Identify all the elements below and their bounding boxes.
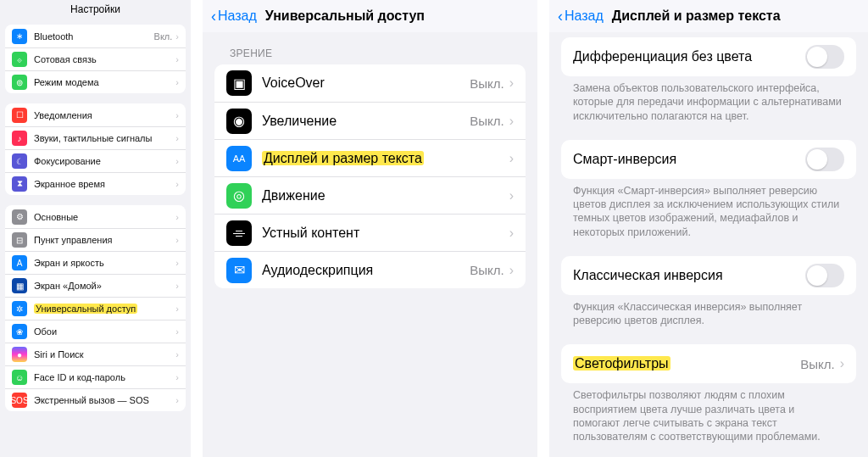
row-label: Универсальный доступ: [34, 304, 175, 314]
chevron-right-icon: ›: [175, 31, 179, 42]
row-label: VoiceOver: [262, 75, 470, 91]
chevron-right-icon: ›: [175, 212, 179, 222]
settings-row[interactable]: ⚙Основные›: [5, 205, 186, 228]
settings-row[interactable]: ☺Face ID и код-пароль›: [5, 365, 186, 388]
chevron-right-icon: ›: [509, 263, 514, 278]
accessibility-row[interactable]: ✉АудиодескрипцияВыкл.›: [214, 251, 526, 288]
row-label: Сотовая связь: [34, 54, 175, 64]
chevron-right-icon: ›: [175, 304, 179, 314]
row-detail: Выкл.: [470, 76, 504, 91]
settings-row[interactable]: ☐Уведомления›: [5, 103, 186, 126]
chevron-left-icon: ‹: [558, 8, 563, 25]
row-label: Экран «Домой»: [34, 281, 175, 291]
screentime-icon: ⧗: [12, 176, 27, 192]
row-description: Светофильтры позволяют людям с плохим во…: [549, 383, 868, 455]
row-detail: Выкл.: [470, 114, 504, 128]
settings-row[interactable]: ●Siri и Поиск›: [5, 343, 186, 365]
chevron-right-icon: ›: [509, 75, 514, 91]
row-detail: Выкл.: [470, 263, 504, 277]
siri-icon: ●: [12, 347, 27, 362]
accessibility-row[interactable]: ◉УвеличениеВыкл.›: [214, 102, 526, 139]
settings-row[interactable]: ∗BluetoothВкл.›: [5, 25, 186, 47]
toggle-switch[interactable]: [805, 148, 844, 171]
chevron-right-icon: ›: [509, 151, 514, 166]
chevron-right-icon: ›: [840, 356, 844, 371]
chevron-right-icon: ›: [509, 188, 514, 203]
chevron-right-icon: ›: [175, 349, 179, 359]
settings-row[interactable]: ❀Обои›: [5, 320, 186, 343]
accessibility-row[interactable]: ◎Движение›: [214, 176, 526, 214]
link-row[interactable]: СветофильтрыВыкл.›: [573, 344, 844, 383]
toggle-switch[interactable]: [805, 45, 844, 69]
row-label: Движение: [262, 188, 509, 203]
sounds-icon: ♪: [12, 131, 27, 146]
row-label: Уведомления: [34, 110, 175, 120]
chevron-right-icon: ›: [175, 235, 179, 245]
row-label: Режим модема: [34, 77, 175, 87]
nav-bar: ‹ Назад Универсальный доступ: [203, 0, 537, 32]
row-label: Аудиодескрипция: [262, 263, 470, 278]
settings-row[interactable]: ▦Экран «Домой»›: [5, 274, 186, 297]
settings-row[interactable]: ⟐Сотовая связь›: [5, 47, 186, 70]
accessibility-icon: ✲: [12, 301, 27, 316]
chevron-right-icon: ›: [509, 114, 514, 129]
chevron-right-icon: ›: [175, 54, 179, 64]
bluetooth-icon: ∗: [12, 29, 27, 44]
chevron-right-icon: ›: [175, 281, 179, 291]
page-title: Универсальный доступ: [265, 8, 425, 24]
accessibility-row[interactable]: ⌯Устный контент›: [214, 214, 526, 251]
settings-panel: Настройки ∗BluetoothВкл.›⟐Сотовая связь›…: [0, 0, 191, 457]
hotspot-icon: ⊚: [12, 75, 27, 90]
chevron-right-icon: ›: [175, 395, 179, 405]
accessibility-row[interactable]: ▣VoiceOverВыкл.›: [214, 64, 526, 102]
settings-row[interactable]: ⧗Экранное время›: [5, 172, 186, 195]
chevron-right-icon: ›: [175, 110, 179, 120]
display-icon: A: [12, 255, 27, 270]
settings-row[interactable]: SOSЭкстренный вызов — SOS›: [5, 388, 186, 411]
home-screen-icon: ▦: [12, 278, 27, 293]
row-label: Экранное время: [34, 179, 175, 189]
notifications-icon: ☐: [12, 108, 27, 123]
page-title: Дисплей и размер текста: [612, 8, 781, 24]
toggle-row[interactable]: Дифференциация без цвета: [573, 37, 844, 76]
toggle-row[interactable]: Классическая инверсия: [573, 256, 844, 295]
accessibility-panel: ‹ Назад Универсальный доступ ЗРЕНИЕ ▣Voi…: [203, 0, 537, 457]
back-button[interactable]: ‹ Назад: [558, 8, 604, 25]
zoom-icon: ◉: [226, 109, 252, 134]
faceid-icon: ☺: [12, 370, 27, 385]
audiodesc-icon: ✉: [226, 258, 252, 283]
row-label: Bluetooth: [34, 31, 154, 42]
settings-row[interactable]: ☾Фокусирование›: [5, 149, 186, 172]
display-text-panel: ‹ Назад Дисплей и размер текста Дифферен…: [549, 0, 868, 457]
back-button[interactable]: ‹ Назад: [211, 8, 257, 25]
row-label: Обои: [34, 326, 175, 337]
toggle-switch[interactable]: [805, 264, 844, 287]
chevron-right-icon: ›: [175, 133, 179, 143]
accessibility-row[interactable]: AAДисплей и размер текста›: [214, 139, 526, 176]
row-label: Дифференциация без цвета: [573, 49, 805, 64]
row-label: Основные: [34, 212, 175, 222]
nav-bar: ‹ Назад Дисплей и размер текста: [549, 0, 868, 32]
section-label-vision: ЗРЕНИЕ: [203, 32, 537, 64]
settings-row[interactable]: ⊟Пункт управления›: [5, 228, 186, 251]
chevron-right-icon: ›: [175, 77, 179, 87]
row-label: Звуки, тактильные сигналы: [34, 133, 175, 143]
settings-row[interactable]: ♪Звуки, тактильные сигналы›: [5, 126, 186, 149]
control-center-icon: ⊟: [12, 232, 27, 248]
settings-row[interactable]: ✲Универсальный доступ›: [5, 297, 186, 320]
cellular-icon: ⟐: [12, 52, 27, 67]
row-label: Фокусирование: [34, 156, 175, 166]
settings-row[interactable]: ⊚Режим модема›: [5, 70, 186, 93]
text-size-icon: AA: [226, 146, 252, 171]
setting-card: Дифференциация без цвета: [561, 37, 856, 76]
chevron-right-icon: ›: [175, 179, 179, 189]
setting-card: Смарт-инверсия: [561, 140, 856, 179]
row-detail: Вкл.: [154, 31, 173, 42]
row-label: Пункт управления: [34, 235, 175, 245]
chevron-right-icon: ›: [509, 226, 514, 241]
toggle-row[interactable]: Смарт-инверсия: [573, 140, 844, 179]
spoken-content-icon: ⌯: [226, 220, 252, 246]
settings-row[interactable]: AЭкран и яркость›: [5, 251, 186, 274]
sos-icon: SOS: [12, 393, 27, 408]
row-description: Функция «Смарт-инверсия» выполняет ревер…: [549, 179, 868, 251]
